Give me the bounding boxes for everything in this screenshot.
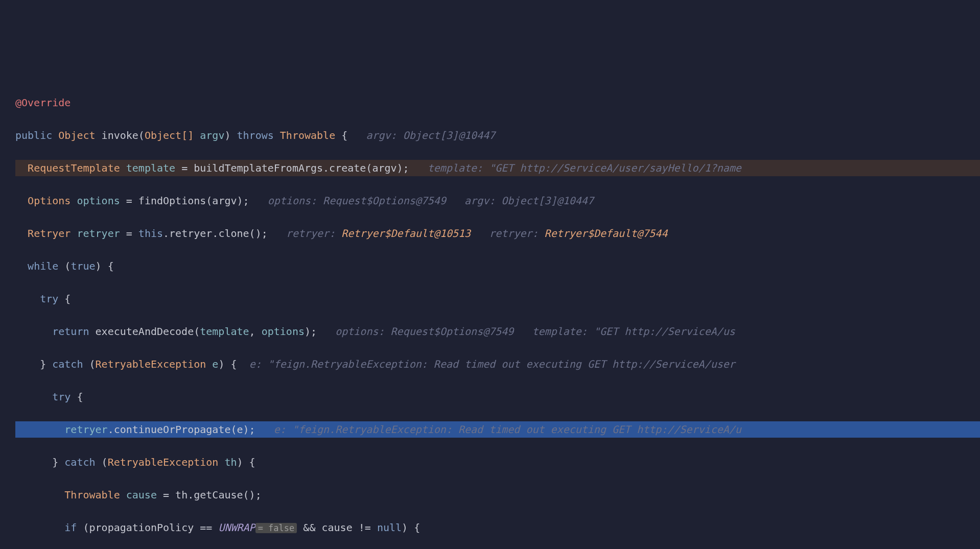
code-line: Options options = findOptions(argv); opt… bbox=[15, 193, 980, 209]
code-line: Retryer retryer = this.retryer.clone(); … bbox=[15, 225, 980, 242]
code-editor[interactable]: @Override public Object invoke(Object[] … bbox=[0, 65, 980, 549]
debug-hint: options: Request$Options@7549 bbox=[268, 195, 446, 207]
debug-hint: options: Request$Options@7549 bbox=[335, 325, 514, 338]
debug-hint: argv: Object[3]@10447 bbox=[366, 129, 495, 141]
debug-hint: template: "GET http://ServiceA/us bbox=[532, 325, 735, 338]
debug-hint: e: "feign.RetryableException: Read timed… bbox=[274, 423, 741, 436]
debug-hint: argv: Object[3]@10447 bbox=[464, 195, 594, 207]
code-line-breakpoint: RequestTemplate template = buildTemplate… bbox=[15, 160, 980, 176]
code-line: return executeAndDecode(template, option… bbox=[15, 323, 980, 340]
code-line-current-execution: retryer.continueOrPropagate(e); e: "feig… bbox=[15, 421, 980, 438]
code-line: if (propagationPolicy == UNWRAP= false &… bbox=[15, 519, 980, 536]
code-line: } catch (RetryableException e) { e: "fei… bbox=[15, 356, 980, 372]
annotation: @Override bbox=[15, 97, 71, 109]
code-line: } catch (RetryableException th) { bbox=[15, 454, 980, 470]
code-line: try { bbox=[15, 291, 980, 307]
debug-hint: retryer: Retryer$Default@7544 bbox=[489, 227, 667, 240]
code-line: @Override bbox=[15, 94, 980, 111]
code-line: public Object invoke(Object[] argv) thro… bbox=[15, 127, 980, 144]
code-line: while (true) { bbox=[15, 258, 980, 274]
debug-hint: e: "feign.RetryableException: Read timed… bbox=[249, 358, 735, 370]
code-line: Throwable cause = th.getCause(); bbox=[15, 487, 980, 503]
code-line: try { bbox=[15, 389, 980, 405]
debug-hint: retryer: Retryer$Default@10513 bbox=[286, 227, 471, 240]
inline-evaluation: = false bbox=[255, 523, 297, 533]
debug-hint: template: "GET http://ServiceA/user/sayH… bbox=[428, 162, 741, 174]
